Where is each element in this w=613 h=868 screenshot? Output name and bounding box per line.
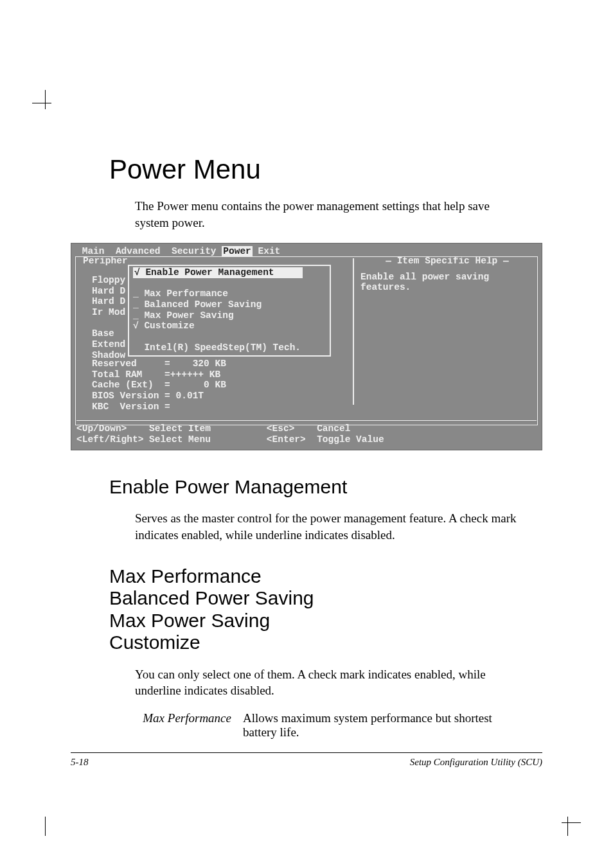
section1-body: Serves as the master control for the pow… — [135, 510, 523, 543]
heading-balanced: Balanced Power Saving — [109, 587, 562, 610]
menu-power: Power — [222, 246, 253, 256]
footer-rule — [71, 752, 542, 753]
memory-rows: Reserved = 320 KB Total RAM =++++++ KB C… — [92, 359, 226, 412]
menu-security: Security — [172, 246, 217, 256]
help-text: Enable all power saving features. — [360, 272, 534, 293]
heading-max-power-saving: Max Power Saving — [109, 610, 562, 632]
definition-row: Max Performance Allows maximum system pe… — [135, 711, 523, 740]
page-title: Power Menu — [109, 154, 562, 185]
help-box: — Item Specific Help — Enable all power … — [353, 258, 534, 405]
bios-footer-keys: <Up/Down> Select Item <Esc> Cancel <Left… — [76, 420, 537, 445]
intro-paragraph: The Power menu contains the power manage… — [135, 198, 523, 231]
help-label: — Item Specific Help — — [360, 256, 534, 267]
heading-max-performance: Max Performance — [109, 565, 562, 588]
power-popup: √ Enable Power Management _ Max Performa… — [128, 265, 331, 357]
popup-highlight: √ Enable Power Management — [133, 267, 303, 278]
heading-customize: Customize — [109, 632, 562, 654]
page-number: 5-18 — [71, 757, 89, 768]
section-modes-heading: Max Performance Balanced Power Saving Ma… — [109, 565, 562, 654]
section-enable-power-mgmt: Enable Power Management — [109, 476, 562, 498]
bios-screenshot: Main Advanced Security Power Exit Periph… — [71, 243, 542, 450]
left-column-items: Floppy Hard D Hard D Ir Mod Base Extend … — [92, 275, 125, 360]
footer-label: Setup Configuration Utility (SCU) — [410, 757, 542, 768]
popup-rows: _ Max Performance _ Balanced Power Savin… — [133, 278, 326, 353]
menu-main: Main — [82, 246, 105, 256]
menu-exit: Exit — [258, 246, 281, 256]
def-term: Max Performance — [135, 711, 243, 740]
def-desc: Allows maximum system performance but sh… — [243, 711, 523, 740]
peripher-label: Peripher — [83, 256, 128, 267]
section2-body: You can only select one of them. A check… — [135, 666, 523, 699]
menu-advanced: Advanced — [116, 246, 161, 256]
